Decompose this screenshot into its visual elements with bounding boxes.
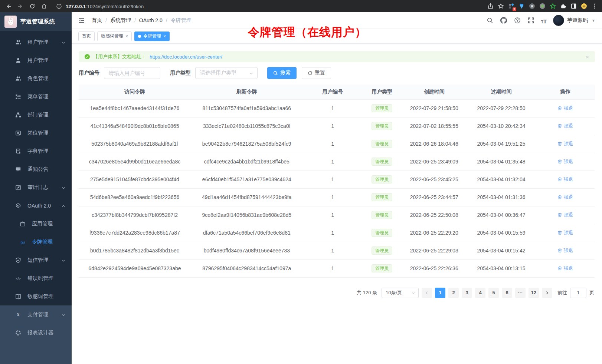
- chevron-down-icon: ▼: [592, 19, 595, 23]
- tab-敏感词管理[interactable]: 敏感词管理×: [97, 32, 132, 41]
- sidebar-item-短信管理[interactable]: 短信管理: [0, 251, 72, 269]
- sidebar-item-令牌管理[interactable]: (a)令牌管理: [0, 233, 72, 251]
- app-title: 芋道管理系统: [20, 18, 55, 25]
- alert-close-icon[interactable]: ×: [586, 54, 589, 60]
- page-ellipsis[interactable]: ···: [515, 288, 526, 298]
- page-button-12[interactable]: 12: [529, 288, 539, 298]
- extension-gem-icon[interactable]: [517, 1, 526, 11]
- search-icon[interactable]: [486, 17, 494, 24]
- doc-link[interactable]: https://doc.iocoder.cn/user-center/: [150, 54, 222, 60]
- browser-reload-icon[interactable]: [27, 1, 38, 11]
- sidebar-item-通知公告[interactable]: 通知公告: [0, 160, 72, 178]
- extension-puzzle-icon[interactable]: [558, 1, 568, 11]
- extension-star-icon[interactable]: [548, 1, 557, 11]
- help-icon[interactable]: [514, 17, 521, 24]
- sidebar-item-租户管理[interactable]: 租户管理: [0, 33, 72, 51]
- tab-close-icon[interactable]: ×: [163, 34, 166, 39]
- page-button-2[interactable]: 2: [448, 288, 459, 298]
- profile-emoji-icon[interactable]: [579, 1, 589, 11]
- user-menu[interactable]: 芋道源码 ▼: [553, 15, 595, 26]
- sidebar-item-报表设计器[interactable]: 报表设计器: [0, 324, 72, 342]
- sidebar-toggle-icon[interactable]: [78, 16, 86, 24]
- app-logo-bar[interactable]: 芋道管理系统: [0, 12, 72, 31]
- share-icon[interactable]: [485, 1, 495, 11]
- reset-button[interactable]: 重置: [302, 67, 331, 79]
- trash-icon: [557, 177, 562, 182]
- sidebar-item-label: 报表设计器: [27, 330, 53, 336]
- breadcrumb-item[interactable]: 系统管理: [110, 17, 131, 24]
- browser-forward-icon[interactable]: [15, 1, 26, 11]
- force-logout-button[interactable]: 强退: [557, 247, 573, 254]
- address-bar[interactable]: 127.0.0.1:1024/system/oauth2/token: [50, 1, 485, 11]
- sidebar-item-OAuth 2.0[interactable]: OAuth 2.0: [0, 196, 72, 215]
- extension-record-icon[interactable]: [537, 1, 547, 11]
- sidebar-item-角色管理[interactable]: 角色管理: [0, 69, 72, 87]
- extension-cmd-icon[interactable]: ⌘: [527, 1, 537, 11]
- action-cell: 强退: [536, 188, 595, 206]
- sidebar-item-字典管理[interactable]: 字典管理: [0, 142, 72, 160]
- browser-back-icon[interactable]: [3, 1, 14, 11]
- page-button-3[interactable]: 3: [462, 288, 472, 298]
- force-logout-button[interactable]: 强退: [557, 194, 573, 201]
- user-type-cell: 管理员: [363, 135, 401, 153]
- sidebar-item-部门管理[interactable]: 部门管理: [0, 106, 72, 124]
- force-logout-button[interactable]: 强退: [557, 105, 573, 112]
- bookmark-star-icon[interactable]: [496, 1, 506, 11]
- breadcrumb-item[interactable]: OAuth 2.0: [139, 17, 163, 23]
- errcode-icon: </>: [15, 275, 22, 282]
- tab-令牌管理[interactable]: 令牌管理×: [134, 32, 170, 41]
- browser-home-icon[interactable]: [39, 1, 50, 11]
- sidebar-item-敏感词管理[interactable]: 敏感词管理: [0, 287, 72, 305]
- force-logout-button[interactable]: 强退: [557, 123, 573, 129]
- trash-icon: [557, 230, 562, 235]
- user-type-cell: 管理员: [363, 242, 401, 259]
- goto-page-input[interactable]: [570, 288, 586, 298]
- extension-panel-icon[interactable]: [569, 1, 578, 11]
- force-logout-button[interactable]: 强退: [557, 229, 573, 236]
- access-token-cell: 275e5de9151045fe87cbdc395e004f4d: [79, 171, 191, 188]
- force-logout-button[interactable]: 强退: [557, 176, 573, 183]
- sidebar-item-应用管理[interactable]: 应用管理: [0, 215, 72, 233]
- page-button-6[interactable]: 6: [502, 288, 512, 298]
- page-button-5[interactable]: 5: [488, 288, 499, 298]
- token-table: 访问令牌刷新令牌用户编号用户类型创建时间过期时间操作 1ea5e44f8bc14…: [79, 85, 595, 278]
- search-button[interactable]: 搜索: [267, 67, 297, 79]
- audit-icon: [15, 184, 22, 191]
- sidebar-item-label: 敏感词管理: [27, 293, 53, 300]
- page-size-select[interactable]: 10条/页: [382, 288, 419, 298]
- sidebar-item-审计日志[interactable]: 审计日志: [0, 178, 72, 196]
- tab-首页[interactable]: 首页: [78, 32, 95, 41]
- browser-menu-icon[interactable]: [589, 1, 599, 11]
- page-button-4[interactable]: 4: [475, 288, 485, 298]
- site-info-icon[interactable]: [56, 1, 62, 11]
- user-type-badge: 管理员: [372, 246, 392, 255]
- sidebar-item-岗位管理[interactable]: 岗位管理: [0, 124, 72, 142]
- token-icon: (a): [19, 239, 26, 245]
- github-icon[interactable]: [500, 17, 507, 24]
- force-logout-button[interactable]: 强退: [557, 212, 573, 218]
- sidebar-item-支付管理[interactable]: ¥支付管理: [0, 305, 72, 324]
- sidebar-menu: 租户管理用户管理角色管理菜单管理部门管理岗位管理字典管理通知公告审计日志OAut…: [0, 31, 72, 364]
- sidebar-item-错误码管理[interactable]: </>错误码管理: [0, 269, 72, 287]
- next-page-button[interactable]: [542, 288, 552, 298]
- breadcrumb-item[interactable]: 首页: [92, 17, 102, 24]
- user-id-input[interactable]: [104, 67, 160, 79]
- table-row: 54d6be82ee5a460a9aedc1f9bf22365649d1aa46…: [79, 188, 595, 206]
- tab-close-icon[interactable]: ×: [125, 34, 128, 39]
- sidebar-item-用户管理[interactable]: 用户管理: [0, 51, 72, 69]
- app-icon: [19, 221, 26, 227]
- fullscreen-icon[interactable]: [527, 17, 535, 24]
- sidebar-item-菜单管理[interactable]: 菜单管理: [0, 87, 72, 106]
- force-logout-button[interactable]: 强退: [557, 265, 573, 272]
- prev-page-button[interactable]: [422, 288, 432, 298]
- app-logo: [4, 16, 17, 28]
- extension-grid-icon[interactable]: 9: [506, 1, 516, 11]
- action-cell: 强退: [536, 135, 595, 153]
- force-logout-button[interactable]: 强退: [557, 158, 573, 165]
- page-button-1[interactable]: 1: [435, 288, 445, 298]
- user-type-select[interactable]: 请选择用户类型: [195, 67, 258, 79]
- force-logout-button[interactable]: 强退: [557, 140, 573, 147]
- refresh-token-cell: 9ce8ef2aa9f14056b831ae9b608e28d5: [191, 206, 303, 224]
- font-size-icon[interactable]: TT: [541, 17, 547, 24]
- refresh-token-cell: 333ecfc71e02480cb11055c875c3ca0f: [191, 117, 303, 135]
